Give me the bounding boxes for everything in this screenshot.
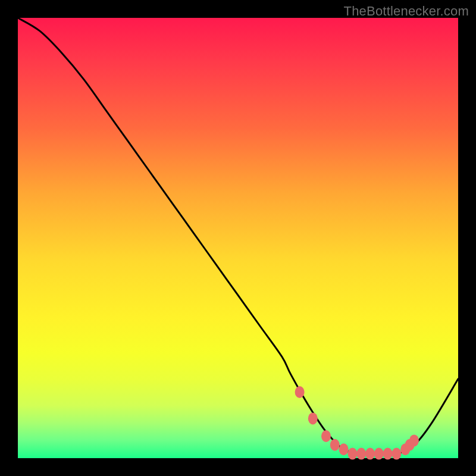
highlight-dot (330, 439, 340, 451)
highlight-dot (409, 434, 419, 446)
highlight-dot (295, 386, 305, 398)
highlight-dot (374, 448, 384, 460)
highlight-dots (295, 386, 419, 460)
highlight-dot (308, 412, 318, 424)
highlight-dot (321, 430, 331, 442)
plot-area (18, 18, 458, 458)
highlight-dot (383, 448, 393, 460)
highlight-dot (347, 448, 357, 460)
chart-frame: TheBottlenecker.com (0, 0, 476, 476)
highlight-dot (392, 448, 401, 460)
highlight-dot (356, 448, 366, 460)
bottleneck-curve (18, 18, 458, 455)
highlight-dot (339, 443, 349, 455)
watermark-text: TheBottlenecker.com (344, 4, 469, 19)
chart-svg (18, 18, 458, 458)
highlight-dot (365, 448, 375, 460)
